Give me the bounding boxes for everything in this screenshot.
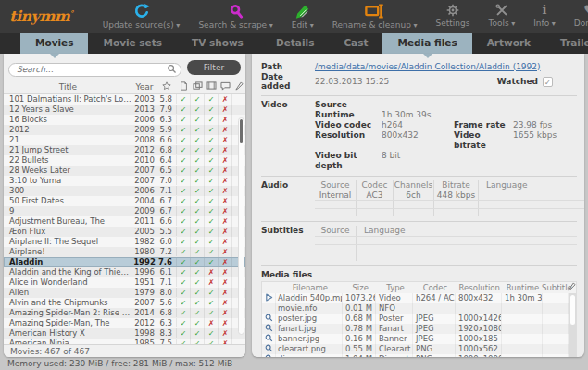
tab-trailer[interactable]: Trailer [545, 33, 588, 54]
movie-row[interactable]: 30020067.1✓✓✓✗ [4, 186, 245, 196]
tab-cast[interactable]: Cast [329, 33, 382, 54]
trailer-icon[interactable] [205, 81, 219, 92]
column-size[interactable]: Size [343, 282, 376, 293]
zoom-icon[interactable] [262, 344, 276, 354]
subtitle-missing-cross-icon: ✗ [219, 176, 232, 186]
column-runtime[interactable]: Runtime [501, 282, 542, 293]
tab-artwork[interactable]: Artwork [472, 33, 545, 54]
movie-row[interactable]: 50 First Dates20046.7✓✓✓✗ [4, 196, 245, 206]
zoom-icon[interactable] [262, 334, 276, 344]
trailer-present-check-icon: ✓ [205, 145, 219, 155]
trailer-present-check-icon: ✓ [205, 247, 219, 257]
info-button[interactable]: i Info [524, 0, 565, 28]
search-and-scrape-button[interactable]: Search & scrape [189, 0, 281, 30]
movie-row[interactable]: Aladdin19927.6✓✓✓✗ [4, 257, 245, 267]
movie-row[interactable]: 201220095.9✓✓✓✗ [4, 125, 245, 135]
movie-row[interactable]: 16 Blocks20066.3✓✓✓✗ [4, 115, 245, 125]
trailer-present-check-icon: ✓ [205, 257, 219, 267]
update-sources-button[interactable]: Update source(s) [94, 0, 190, 30]
donate-button[interactable]: Donate [565, 0, 588, 28]
nfo-present-check-icon: ✓ [177, 237, 191, 247]
movie-row[interactable]: Aladdin and the King of Thieves19966.1✓✓… [4, 267, 245, 278]
star-icon[interactable] [156, 81, 177, 92]
media-file-row[interactable]: movie.nfo0.01 MNFO [262, 303, 576, 314]
images-present-check-icon: ✓ [191, 257, 205, 267]
bit-depth-value: 8 bit [382, 151, 454, 171]
movie-row[interactable]: 920096.7✓✓✓✗ [4, 206, 245, 216]
media-file-row[interactable]: clearart.png0.55 MClearartPNG1000x562 [262, 344, 576, 354]
movie-row[interactable]: Æon Flux20055.5✓✓✓✗ [4, 227, 245, 237]
movie-list-scrollbar[interactable] [238, 117, 244, 335]
search-input[interactable] [8, 63, 181, 77]
audio-section: Audio Source Codec Channels Bitrate Lang… [261, 176, 577, 216]
movie-row[interactable]: Alvin and the Chipmunks20075.6✓✓✓✗ [4, 298, 245, 308]
column-year[interactable]: Year [132, 82, 156, 92]
trailer-missing-cross-icon: ✗ [205, 318, 219, 328]
column-subtitle[interactable]: Subtitle [542, 282, 568, 293]
edit-columns-pencil-icon[interactable] [232, 81, 245, 92]
movie-row[interactable]: Amazing Spider-Man, The20126.3✓✓✗✗ [4, 318, 245, 328]
column-resolution[interactable]: Resolution [455, 282, 501, 293]
scrollbar-thumb[interactable] [570, 295, 575, 325]
movie-row[interactable]: 101 Dalmatians II: Patch's London Adve..… [4, 94, 245, 105]
scrollbar-thumb[interactable] [240, 119, 243, 143]
tab-tv-shows[interactable]: TV shows [177, 33, 258, 54]
media-file-row[interactable]: fanart.jpg0.78 MFanartJPEG1920x1080 [262, 324, 576, 334]
column-filename[interactable]: Filename [276, 282, 343, 293]
movie-row[interactable]: Alice in Wonderland19517.1✓✓✗✗ [4, 278, 245, 288]
trailer-present-check-icon: ✓ [205, 288, 219, 298]
media-files-section-label: Media files [261, 270, 577, 279]
movie-row[interactable]: American History X19988.3✓✓✓✗ [4, 328, 245, 339]
trailer-present-check-icon: ✓ [205, 155, 219, 166]
edit-columns-pencil-icon[interactable] [568, 282, 576, 293]
movie-row[interactable]: 21 Jump Street20126.8✓✓✓✗ [4, 145, 245, 155]
tab-details[interactable]: Details [261, 33, 329, 54]
edit-button[interactable]: Edit [282, 0, 323, 30]
images-present-check-icon: ✓ [191, 206, 205, 216]
movie-row[interactable]: 12 Years a Slave20137.9✓✓✓✗ [4, 105, 245, 115]
tab-media-files[interactable]: Media files [382, 33, 471, 54]
movie-row[interactable]: Alien19798.0✓✓✓✗ [4, 288, 245, 298]
subtitles-icon[interactable] [219, 81, 232, 92]
wrench-icon [495, 3, 508, 17]
images-icon[interactable] [191, 81, 205, 92]
nfo-file-icon[interactable] [177, 81, 191, 92]
media-file-row[interactable]: Aladdin 540p.mp41073.26 MVideoh264 / AC3… [262, 293, 576, 303]
column-title[interactable]: Title [4, 82, 132, 92]
path-link[interactable]: /media/data/movies/Aladdin Collection/Al… [315, 62, 541, 71]
movie-row[interactable]: Adjustment Bureau, The20116.6✓✓✓✗ [4, 216, 245, 227]
zoom-icon[interactable] [262, 324, 276, 334]
movie-row[interactable]: Amazing Spider-Man 2: Rise of Electro, .… [4, 308, 245, 318]
play-icon[interactable] [262, 293, 276, 303]
filter-button[interactable]: Filter [187, 60, 241, 75]
images-present-check-icon: ✓ [191, 267, 205, 278]
movie-row[interactable]: Airplane II: The Sequel19826.0✓✓✓✗ [4, 237, 245, 247]
images-present-check-icon: ✓ [191, 196, 205, 206]
zoom-icon[interactable] [262, 314, 276, 324]
watched-checkbox[interactable]: ✓ [543, 77, 553, 87]
media-file-row[interactable]: poster.jpg0.68 MPosterJPEG1000x1426 [262, 314, 576, 324]
subtitle-missing-cross-icon: ✗ [219, 105, 232, 115]
rename-and-cleanup-button[interactable]: Rename & cleanup [323, 0, 427, 30]
movie-row[interactable]: Airplane!19807.2✓✓✓✗ [4, 247, 245, 257]
column-type[interactable]: Type [376, 282, 413, 293]
subtitle-missing-cross-icon: ✗ [219, 145, 232, 155]
video-runtime-value: 1h 30m 39s [382, 110, 454, 120]
settings-button[interactable]: Settings [427, 0, 480, 28]
tab-movies[interactable]: Movies [20, 33, 88, 54]
subtitle-missing-cross-icon: ✗ [219, 186, 232, 196]
column-codec[interactable]: Codec [412, 282, 455, 293]
media-file-row[interactable]: banner.jpg0.16 MBannerJPEG1000x185 [262, 334, 576, 344]
media-files-scrollbar[interactable] [569, 293, 576, 357]
movie-row[interactable]: 22 Bullets20106.4✓✓✓✗ [4, 155, 245, 166]
nfo-present-check-icon: ✓ [177, 288, 191, 298]
movie-row[interactable]: 3:10 to Yuma20077.0✓✓✓✗ [4, 176, 245, 186]
movie-row[interactable]: 28 Weeks Later20076.5✓✓✓✗ [4, 166, 245, 176]
tools-button[interactable]: Tools [479, 0, 524, 28]
subtitle-missing-cross-icon: ✗ [219, 227, 232, 237]
trailer-present-check-icon: ✓ [205, 125, 219, 135]
tab-movie-sets[interactable]: Movie sets [88, 33, 177, 54]
movie-row[interactable]: 2120086.6✓✓✓✗ [4, 135, 245, 145]
frame-rate-value: 23.98 fps [513, 120, 552, 130]
images-present-check-icon: ✓ [191, 94, 205, 105]
